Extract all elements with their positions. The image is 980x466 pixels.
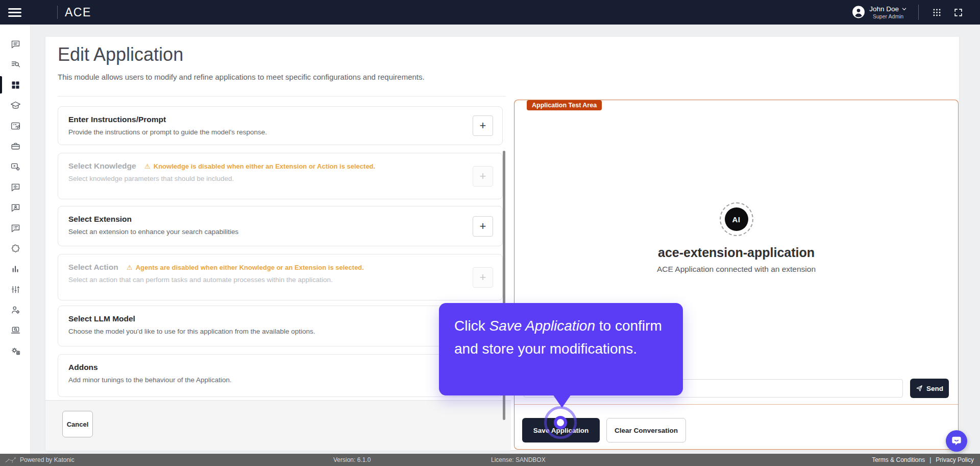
user-menu[interactable]: John Doe Super Admin	[852, 5, 907, 19]
card-select-llm-model: Select LLM Model Choose the model you'd …	[58, 306, 503, 346]
sidebar-item-learning[interactable]	[0, 95, 31, 115]
warning-icon: ⚠	[127, 264, 133, 271]
privacy-link[interactable]: Privacy Policy	[936, 456, 974, 463]
sidebar-item-search-list[interactable]	[0, 54, 31, 75]
card-description: Choose the model you'd like to use for t…	[68, 328, 492, 335]
powered-by-label: Powered by Katonic	[20, 456, 75, 463]
card-title: Select Action	[68, 263, 118, 271]
application-description: ACE Application connected with an extens…	[657, 265, 816, 274]
search-list-icon	[10, 59, 21, 70]
card-title: Enter Instructions/Prompt	[68, 115, 166, 124]
avatar-icon	[852, 6, 865, 19]
card-description: Select knowledge parameters that should …	[68, 175, 492, 182]
adjustments-icon	[10, 284, 21, 295]
warning-text: Agents are disabled when either Knowledg…	[136, 264, 364, 271]
card-select-action: Select Action ⚠Agents are disabled when …	[58, 254, 503, 300]
add-extension-button[interactable]: +	[473, 216, 493, 237]
sidebar-item-linked-card[interactable]	[0, 115, 31, 136]
send-plane-icon	[916, 385, 923, 392]
form-footer: Cancel	[45, 400, 511, 451]
card-description: Select an action that can perform tasks …	[68, 276, 492, 284]
page-subtitle: This module allows users to modify and r…	[58, 73, 425, 81]
test-footer-divider	[514, 404, 958, 405]
license-label: License: SANDBOX	[491, 456, 546, 463]
card-addons: Addons Add minor tunings to the behaviou…	[58, 354, 503, 397]
app-logo-title: ACE	[65, 6, 91, 19]
warning-text: Knowledge is disabled when either an Ext…	[154, 162, 375, 170]
header-divider	[918, 5, 919, 20]
add-knowledge-button: +	[473, 166, 493, 187]
app-root: ACE John Doe Super Admin	[0, 0, 980, 466]
left-sidebar	[0, 25, 31, 454]
card-title: Select Extension	[68, 215, 132, 223]
apps-grid-icon[interactable]	[930, 6, 943, 19]
sidebar-item-chat-message[interactable]	[0, 34, 31, 54]
tooltip-arrow	[553, 394, 571, 408]
sidebar-item-video-settings[interactable]	[0, 156, 31, 177]
card-description: Add minor tunings to the behaviour of th…	[68, 376, 492, 384]
top-header: ACE John Doe Super Admin	[0, 0, 980, 25]
header-divider	[57, 6, 58, 19]
sidebar-item-service-settings[interactable]	[0, 340, 31, 361]
tooltip-text-prefix: Click	[454, 318, 489, 334]
send-button[interactable]: Send	[910, 379, 949, 398]
sidebar-item-analytics[interactable]	[0, 259, 31, 279]
sidebar-item-user-settings[interactable]	[0, 299, 31, 320]
sidebar-item-extensions[interactable]	[0, 238, 31, 259]
fullscreen-icon[interactable]	[951, 6, 965, 19]
graduation-cap-icon	[10, 100, 21, 111]
support-chat-launcher[interactable]	[946, 430, 967, 452]
cancel-button[interactable]: Cancel	[62, 411, 93, 437]
user-name: John Doe	[869, 5, 899, 13]
sidebar-item-voice-chat[interactable]	[0, 177, 31, 197]
card-warning: ⚠Knowledge is disabled when either an Ex…	[144, 162, 375, 170]
service-settings-icon	[10, 345, 21, 356]
card-title: Select Knowledge	[68, 161, 136, 170]
ai-logo: AI	[725, 207, 748, 231]
video-settings-icon	[10, 161, 21, 172]
card-description: Provide the instructions or prompt to gu…	[68, 128, 492, 136]
application-test-area: Application Test Area AI ace-extension-a…	[514, 100, 959, 450]
sidebar-item-chat-transcript[interactable]	[0, 218, 31, 238]
bar-chart-icon	[10, 264, 21, 274]
sidebar-item-adjustments[interactable]	[0, 279, 31, 299]
user-settings-icon	[10, 305, 21, 315]
chevron-down-icon	[901, 6, 907, 12]
section-divider	[58, 96, 506, 97]
card-title: Addons	[68, 363, 98, 371]
hamburger-icon[interactable]	[8, 6, 21, 19]
persona-chat-icon	[10, 202, 21, 213]
version-label: Version: 6.1.0	[333, 456, 371, 463]
application-name: ace-extension-application	[658, 245, 815, 260]
sidebar-item-briefcase[interactable]	[0, 136, 31, 156]
test-area-badge: Application Test Area	[527, 100, 602, 110]
add-action-button: +	[473, 267, 493, 288]
chat-bubble-icon	[951, 435, 962, 447]
puzzle-icon	[10, 243, 21, 254]
tooltip-text-highlight: Save Application	[489, 318, 595, 334]
sidebar-item-applications[interactable]	[0, 75, 31, 95]
tour-pulse-dot	[554, 416, 567, 429]
add-instructions-button[interactable]: +	[473, 115, 493, 136]
sidebar-item-laptop-search[interactable]	[0, 320, 31, 340]
card-title: Select LLM Model	[68, 314, 135, 323]
chat-transcript-icon	[10, 223, 21, 234]
voice-chat-icon	[10, 182, 21, 193]
chat-message-icon	[10, 39, 21, 50]
ai-logo-ring: AI	[720, 202, 753, 236]
card-select-extension: Select Extension Select an extension to …	[58, 206, 503, 246]
send-label: Send	[926, 385, 943, 392]
warning-icon: ⚠	[144, 162, 151, 170]
sidebar-item-persona-chat[interactable]	[0, 197, 31, 218]
clear-conversation-button[interactable]: Clear Conversation	[606, 418, 686, 442]
briefcase-icon	[10, 141, 21, 152]
card-warning: ⚠Agents are disabled when either Knowled…	[127, 264, 364, 271]
footer-links-separator: |	[929, 456, 931, 463]
card-select-knowledge: Select Knowledge ⚠Knowledge is disabled …	[58, 153, 503, 199]
linked-card-icon	[10, 121, 21, 131]
terms-link[interactable]: Terms & Conditions	[872, 456, 925, 463]
tour-tooltip: Click Save Application to confirm and st…	[439, 303, 683, 395]
page-title: Edit Application	[58, 44, 183, 65]
status-bar: Powered by Katonic Version: 6.1.0 Licens…	[0, 454, 980, 466]
apps-grid-icon	[10, 80, 21, 90]
